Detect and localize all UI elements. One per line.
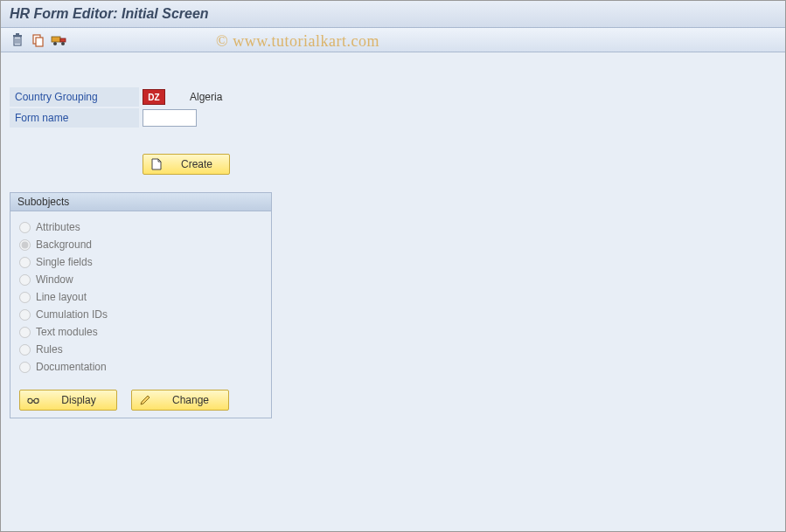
radio-attributes-label: Attributes bbox=[36, 221, 80, 233]
radio-rules-label: Rules bbox=[36, 343, 63, 356]
svg-rect-9 bbox=[60, 38, 66, 42]
svg-line-15 bbox=[38, 398, 38, 399]
svg-rect-8 bbox=[52, 37, 60, 42]
content-area: Country Grouping DZ Algeria Form name Cr… bbox=[1, 52, 785, 532]
delete-button[interactable] bbox=[10, 32, 25, 48]
radio-text-modules-input[interactable] bbox=[19, 327, 31, 338]
radio-window-input[interactable] bbox=[19, 274, 31, 286]
create-button[interactable]: Create bbox=[143, 154, 230, 175]
radio-documentation-label: Documentation bbox=[36, 361, 107, 373]
radio-background[interactable]: Background bbox=[19, 236, 262, 253]
radio-documentation-input[interactable] bbox=[19, 362, 31, 373]
svg-point-11 bbox=[61, 42, 65, 45]
titlebar: HR Form Editor: Initial Screen bbox=[1, 1, 785, 28]
radio-documentation[interactable]: Documentation bbox=[19, 358, 262, 376]
svg-rect-7 bbox=[36, 38, 43, 46]
app-window: HR Form Editor: Initial Screen bbox=[0, 0, 786, 532]
document-icon bbox=[150, 158, 163, 170]
svg-rect-4 bbox=[13, 35, 22, 37]
svg-point-10 bbox=[53, 42, 57, 45]
subobjects-body: Attributes Background Single fields Wind… bbox=[10, 211, 271, 418]
display-button[interactable]: Display bbox=[19, 390, 117, 411]
page-title: HR Form Editor: Initial Screen bbox=[10, 6, 776, 22]
radio-text-modules-label: Text modules bbox=[36, 326, 98, 338]
radio-attributes-input[interactable] bbox=[19, 222, 31, 233]
country-grouping-label: Country Grouping bbox=[10, 87, 139, 107]
toolbar bbox=[1, 28, 785, 52]
country-grouping-value[interactable]: DZ bbox=[143, 89, 165, 105]
copy-button[interactable] bbox=[31, 32, 46, 48]
copy-icon bbox=[31, 33, 45, 47]
radio-window[interactable]: Window bbox=[19, 271, 262, 288]
radio-cumulation-ids-input[interactable] bbox=[19, 309, 31, 321]
radio-cumulation-ids[interactable]: Cumulation IDs bbox=[19, 306, 262, 323]
radio-background-input[interactable] bbox=[19, 239, 31, 251]
subobjects-buttons: Display Change bbox=[19, 390, 262, 411]
radio-single-fields-label: Single fields bbox=[36, 256, 93, 268]
svg-rect-5 bbox=[16, 33, 19, 35]
radio-window-label: Window bbox=[36, 273, 73, 286]
radio-rules[interactable]: Rules bbox=[19, 341, 262, 358]
radio-attributes[interactable]: Attributes bbox=[19, 218, 262, 236]
transport-icon bbox=[51, 34, 68, 46]
radio-line-layout-input[interactable] bbox=[19, 292, 31, 303]
change-button[interactable]: Change bbox=[131, 390, 229, 411]
country-grouping-row: Country Grouping DZ Algeria bbox=[10, 87, 776, 107]
radio-single-fields[interactable]: Single fields bbox=[19, 253, 262, 271]
change-button-label: Change bbox=[160, 394, 221, 406]
radio-single-fields-input[interactable] bbox=[19, 257, 31, 268]
country-grouping-desc: Algeria bbox=[190, 91, 222, 103]
svg-line-14 bbox=[28, 398, 29, 399]
create-button-label: Create bbox=[171, 158, 222, 170]
subobjects-groupbox: Subobjects Attributes Background Single … bbox=[10, 192, 272, 418]
glasses-icon bbox=[27, 394, 39, 406]
delete-icon bbox=[11, 33, 24, 47]
transport-button[interactable] bbox=[52, 32, 67, 48]
radio-background-label: Background bbox=[36, 238, 92, 251]
subobjects-title: Subobjects bbox=[10, 193, 271, 211]
radio-rules-input[interactable] bbox=[19, 344, 31, 356]
form-name-input[interactable] bbox=[143, 109, 197, 127]
radio-text-modules[interactable]: Text modules bbox=[19, 323, 262, 341]
form-name-label: Form name bbox=[10, 108, 139, 128]
pencil-icon bbox=[139, 394, 151, 406]
form-name-row: Form name bbox=[10, 108, 776, 128]
radio-line-layout[interactable]: Line layout bbox=[19, 288, 262, 306]
display-button-label: Display bbox=[48, 394, 109, 406]
radio-cumulation-ids-label: Cumulation IDs bbox=[36, 308, 108, 321]
radio-line-layout-label: Line layout bbox=[36, 291, 87, 303]
create-button-row: Create bbox=[143, 154, 776, 175]
